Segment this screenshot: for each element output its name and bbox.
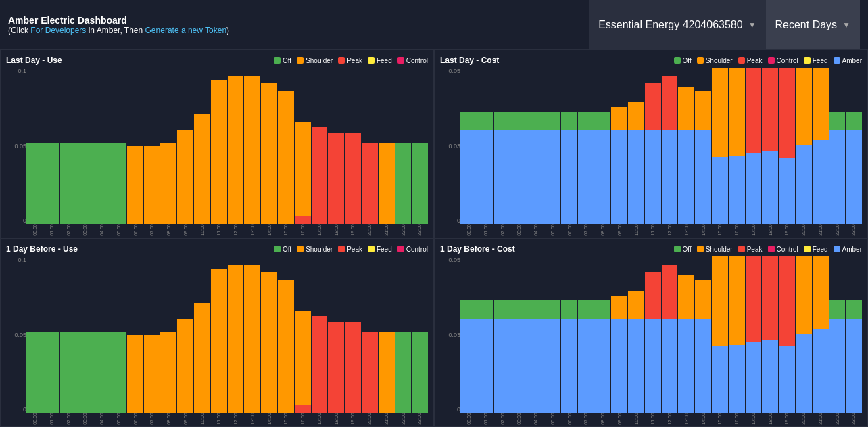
x-label: 08:00	[164, 222, 173, 239]
x-label: 18:00	[765, 411, 775, 427]
legend-dot-1	[297, 57, 304, 64]
x-label: 19:00	[782, 411, 792, 427]
bar-segment	[244, 265, 260, 413]
bar-segment	[194, 303, 210, 413]
bar-col	[160, 256, 176, 413]
y-label: 0.1	[18, 256, 26, 263]
bar-col	[762, 68, 778, 224]
header-title: Amber Electric Dashboard (Click For Deve…	[8, 15, 589, 35]
bar-segment	[345, 133, 361, 224]
app-subtitle: (Click For Developers in Amber, Then Gen…	[8, 26, 589, 35]
bar-segment	[628, 102, 644, 131]
bar-segment	[312, 316, 328, 413]
bar-col	[746, 256, 762, 413]
x-label: 13:00	[681, 222, 691, 239]
x-label: 13:00	[247, 411, 257, 427]
period-dropdown[interactable]: Recent Days ▼	[766, 0, 860, 49]
bar-segment	[295, 311, 311, 405]
bar-segment	[594, 300, 610, 319]
bar-segment	[561, 319, 577, 413]
x-label: 03:00	[80, 222, 90, 239]
x-label: 11:00	[214, 411, 224, 427]
legend-item-0: Off	[274, 246, 291, 253]
x-label: 09:00	[614, 222, 624, 239]
y-label: 0.05	[14, 143, 26, 150]
bar-col	[278, 256, 294, 413]
bar-col	[594, 68, 610, 224]
bar-segment	[110, 143, 126, 224]
bar-segment	[796, 68, 812, 145]
x-label: 22:00	[398, 411, 408, 427]
x-label: 09:00	[614, 411, 624, 427]
bar-segment	[527, 130, 544, 224]
bar-col	[662, 68, 678, 224]
account-dropdown[interactable]: Essential Energy 4204063580 ▼	[589, 0, 765, 49]
x-label: 16:00	[297, 411, 307, 427]
x-label: 22:00	[398, 222, 408, 239]
x-label: 16:00	[297, 222, 307, 239]
x-label: 04:00	[531, 222, 540, 239]
bar-segment	[678, 130, 694, 224]
bar-segment	[328, 322, 344, 413]
bar-segment	[729, 256, 745, 345]
bar-segment	[261, 83, 277, 224]
legend-label-2: Peak	[747, 246, 763, 253]
legend-dot-2	[338, 246, 345, 252]
bar-segment	[228, 76, 244, 224]
bar-segment	[611, 296, 627, 319]
legend-label-1: Shoulder	[306, 57, 333, 64]
x-label: 18:00	[331, 411, 341, 427]
bar-segment	[762, 340, 778, 413]
x-label: 21:00	[381, 411, 391, 427]
y-axis-3: 0.050.030	[440, 256, 460, 424]
bar-col	[762, 256, 778, 413]
bar-segment	[60, 332, 76, 413]
bar-col	[379, 256, 395, 413]
bar-segment	[628, 319, 644, 413]
chart-area-1: 0.050.03000:0001:0002:0003:0004:0005:000…	[440, 68, 862, 235]
legend-label-2: Peak	[347, 57, 362, 64]
x-label: 06:00	[130, 411, 140, 427]
bar-col	[295, 256, 311, 413]
bar-segment	[846, 130, 862, 224]
legend-dot-4	[397, 246, 404, 252]
bars-container-1: 00:0001:0002:0003:0004:0005:0006:0007:00…	[460, 68, 862, 235]
chart-legend-3: OffShoulderPeakControlFeedAmber	[674, 246, 862, 253]
bar-segment	[662, 319, 678, 413]
bar-segment	[477, 130, 493, 224]
x-label: 23:00	[415, 222, 425, 239]
bar-col	[295, 68, 311, 224]
legend-dot-0	[674, 246, 681, 252]
bars-container-0: 00:0001:0002:0003:0004:0005:0006:0007:00…	[26, 68, 428, 235]
legend-dot-5	[834, 246, 840, 252]
chart-panel-2: 1 Day Before - UseOffShoulderPeakFeedCon…	[0, 238, 434, 427]
account-label: Essential Energy 4204063580	[598, 19, 743, 31]
x-labels-3: 00:0001:0002:0003:0004:0005:0006:0007:00…	[460, 414, 862, 424]
x-label: 03:00	[514, 222, 524, 239]
bar-segment	[779, 68, 795, 158]
bar-segment	[678, 319, 694, 413]
bar-segment	[813, 329, 829, 413]
bar-segment	[746, 68, 762, 153]
bar-segment	[829, 319, 846, 413]
bar-col	[362, 256, 378, 413]
bar-segment	[578, 112, 594, 131]
bar-col	[695, 68, 711, 224]
x-label: 08:00	[598, 411, 607, 427]
bar-segment	[261, 272, 277, 413]
legend-label-5: Amber	[842, 246, 862, 253]
bar-segment	[412, 143, 428, 224]
x-label: 15:00	[715, 222, 725, 239]
bar-col	[76, 256, 93, 413]
bar-col	[362, 68, 378, 224]
legend-dot-3	[768, 57, 775, 64]
legend-dot-3	[368, 246, 375, 252]
x-label: 20:00	[364, 222, 374, 239]
legend-dot-2	[338, 57, 345, 64]
bar-col	[127, 256, 143, 413]
y-label: 0.05	[448, 68, 460, 74]
x-label: 07:00	[147, 411, 157, 427]
bar-col	[510, 256, 527, 413]
bar-col	[544, 256, 560, 413]
bar-col	[26, 68, 43, 224]
